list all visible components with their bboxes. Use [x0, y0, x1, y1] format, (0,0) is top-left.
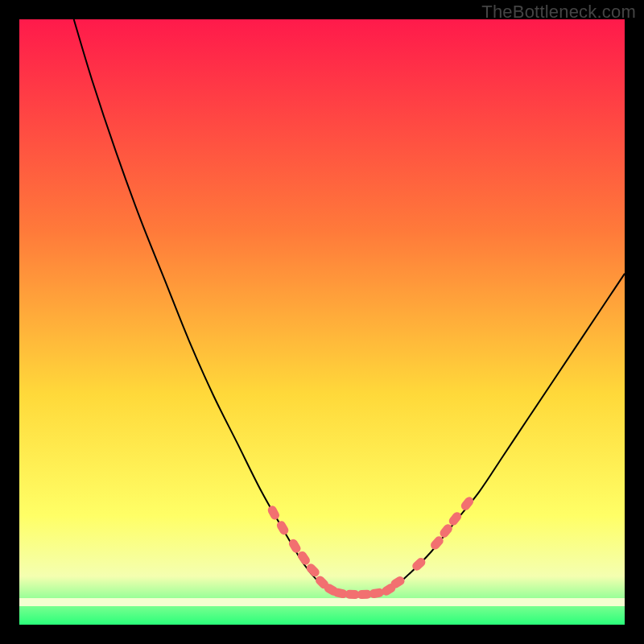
- bottleneck-chart: [19, 19, 625, 625]
- watermark-text: TheBottleneck.com: [481, 2, 636, 23]
- gradient-background: [19, 19, 625, 625]
- highlight-band: [19, 598, 625, 606]
- chart-frame: [19, 19, 625, 625]
